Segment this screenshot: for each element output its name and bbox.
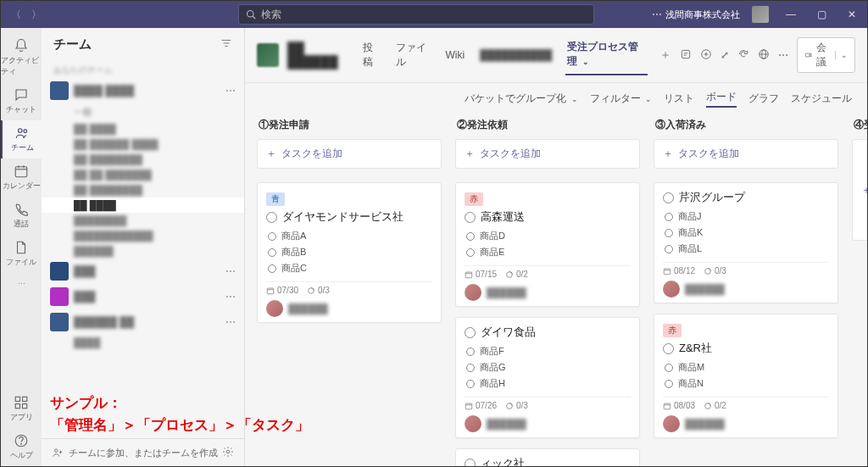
- view-board[interactable]: ボード: [706, 90, 737, 108]
- channel-item[interactable]: ██ ████: [42, 121, 244, 136]
- rail-chat[interactable]: チャット: [1, 82, 42, 120]
- group-by-dropdown[interactable]: バケットでグループ化 ⌄: [465, 92, 577, 106]
- task-card[interactable]: 赤高森運送商品D商品E07/150/2██████: [455, 182, 640, 307]
- tab-posts[interactable]: 投稿: [361, 36, 381, 75]
- tab-wiki[interactable]: Wiki: [444, 44, 467, 66]
- rail-teams[interactable]: チーム: [1, 120, 42, 158]
- add-task-button[interactable]: ＋タスクを追加: [455, 139, 640, 169]
- task-card[interactable]: 赤Z&R社商品M商品N08/030/2██████: [654, 314, 838, 438]
- svg-rect-4: [15, 167, 27, 177]
- channel-item-selected[interactable]: ██ ████: [42, 197, 244, 213]
- subtask-item[interactable]: 商品C: [266, 260, 432, 276]
- channel-item[interactable]: ████████████: [42, 228, 244, 243]
- complete-circle-icon[interactable]: [465, 212, 476, 223]
- subtask-circle-icon: [466, 347, 475, 356]
- rail-calendar[interactable]: カレンダー: [1, 158, 42, 197]
- rail-more-icon[interactable]: ⋯: [18, 280, 25, 288]
- add-tab-icon[interactable]: ＋: [659, 47, 671, 63]
- rail-activity[interactable]: アクティビティ: [1, 33, 42, 82]
- team-more-icon[interactable]: ⋯: [225, 85, 236, 97]
- meet-caret[interactable]: ⌄: [835, 51, 848, 59]
- subtask-item[interactable]: 商品D: [465, 228, 631, 244]
- rail-files[interactable]: ファイル: [1, 235, 42, 273]
- nav-back[interactable]: 〈: [8, 6, 25, 24]
- meet-button[interactable]: 会議 ⌄: [797, 37, 855, 73]
- window-close[interactable]: ✕: [837, 8, 867, 20]
- team-more-icon[interactable]: ⋯: [225, 265, 236, 277]
- calendar-small-icon: [663, 402, 671, 410]
- complete-circle-icon[interactable]: [663, 343, 674, 354]
- bucket-title: ②発注依頼: [455, 114, 640, 139]
- subtask-item[interactable]: 商品E: [465, 244, 631, 260]
- subtask-item[interactable]: 商品F: [465, 343, 631, 359]
- expand-icon[interactable]: ⤢: [721, 49, 729, 61]
- user-avatar[interactable]: [752, 6, 769, 23]
- subtask-item[interactable]: 商品J: [663, 208, 829, 225]
- channel-item[interactable]: ████████: [42, 213, 244, 228]
- subtask-item[interactable]: 商品K: [663, 225, 829, 241]
- sample-overlay: サンプル： 「管理名」＞「プロセス」＞「タスク」: [50, 392, 309, 436]
- header-more-icon[interactable]: ⋯: [778, 49, 788, 61]
- join-create-team[interactable]: チームに参加、またはチームを作成: [52, 447, 218, 459]
- window-minimize[interactable]: —: [776, 8, 806, 20]
- task-card[interactable]: 青ダイヤモンドサービス社商品A商品B商品C07/300/3██████: [257, 182, 442, 323]
- team-more-icon[interactable]: ⋯: [225, 291, 236, 303]
- subtask-item[interactable]: 商品B: [266, 244, 432, 260]
- teams-panel: チーム あなたのチーム ████ ████⋯ 一般 ██ ████ ██ ███…: [42, 28, 245, 466]
- filter-icon[interactable]: [220, 37, 232, 52]
- search-input[interactable]: 検索: [238, 4, 594, 25]
- team-more-icon[interactable]: ⋯: [225, 316, 236, 328]
- tab-files[interactable]: ファイル: [394, 36, 432, 75]
- task-card[interactable]: ィック社08/180/3: [455, 448, 640, 466]
- view-schedule[interactable]: スケジュール: [791, 92, 852, 106]
- globe-icon[interactable]: [758, 48, 770, 63]
- subtask-item[interactable]: 商品N: [663, 375, 829, 392]
- rail-help[interactable]: ヘルプ: [1, 428, 42, 466]
- rail-calls[interactable]: 通話: [1, 197, 42, 235]
- channel-item[interactable]: 一般: [42, 103, 244, 121]
- channel-item[interactable]: ██ ██ ███████: [42, 167, 244, 182]
- team-row[interactable]: ███⋯: [42, 284, 244, 309]
- team-row[interactable]: ███⋯: [42, 259, 244, 284]
- assignee: ██████: [465, 284, 631, 301]
- join-icon: [52, 447, 64, 459]
- view-list[interactable]: リスト: [664, 92, 694, 106]
- task-card[interactable]: 芹沢グループ商品J商品K商品L08/120/3██████: [654, 182, 838, 303]
- channel-item[interactable]: ██ ████████: [42, 182, 244, 197]
- window-maximize[interactable]: ▢: [806, 8, 837, 20]
- subtask-item[interactable]: 商品H: [465, 375, 631, 392]
- subtask-item[interactable]: 商品A: [266, 228, 432, 244]
- rail-apps[interactable]: アプリ: [1, 390, 42, 428]
- tab-active[interactable]: 受注プロセス管理 ⌄: [565, 35, 648, 75]
- subtask-item[interactable]: 商品M: [663, 359, 829, 375]
- complete-circle-icon[interactable]: [465, 459, 476, 467]
- add-task-button[interactable]: ＋タスクを追加: [654, 139, 838, 169]
- complete-circle-icon[interactable]: [663, 192, 674, 203]
- complete-circle-icon[interactable]: [465, 327, 476, 338]
- complete-circle-icon[interactable]: [266, 212, 277, 223]
- calendar-small-icon: [465, 270, 473, 279]
- gear-icon[interactable]: [222, 446, 234, 459]
- team-row[interactable]: ████ ████⋯: [42, 78, 244, 103]
- channel-icon-2[interactable]: [700, 48, 712, 63]
- subtask-item[interactable]: 商品L: [663, 241, 829, 257]
- filter-dropdown[interactable]: フィルター ⌄: [590, 92, 652, 106]
- channel-item[interactable]: ██ ████████: [42, 152, 244, 167]
- channel-icon-1[interactable]: [680, 48, 692, 63]
- teams-title: チーム: [53, 36, 92, 53]
- refresh-icon[interactable]: [737, 48, 749, 63]
- subtask-item[interactable]: 商品G: [465, 359, 631, 375]
- add-task-button[interactable]: ＋タスクを追加: [852, 139, 867, 241]
- nav-forward[interactable]: 〉: [28, 6, 45, 24]
- add-task-button[interactable]: ＋タスクを追加: [257, 139, 442, 169]
- tab-hidden[interactable]: ██████████: [478, 44, 554, 66]
- channel-item[interactable]: ██████: [42, 243, 244, 259]
- task-card[interactable]: ダイワ食品商品F商品G商品H07/260/3██████: [455, 317, 640, 438]
- channel-item[interactable]: ██ ██████ ████: [42, 136, 244, 152]
- view-chart[interactable]: グラフ: [748, 92, 779, 106]
- progress-icon: [704, 267, 712, 275]
- header-more-icon[interactable]: ⋯: [652, 8, 662, 20]
- team-row[interactable]: ██████ ██⋯: [42, 309, 244, 335]
- svg-rect-28: [805, 53, 810, 57]
- channel-item[interactable]: ████: [42, 335, 244, 350]
